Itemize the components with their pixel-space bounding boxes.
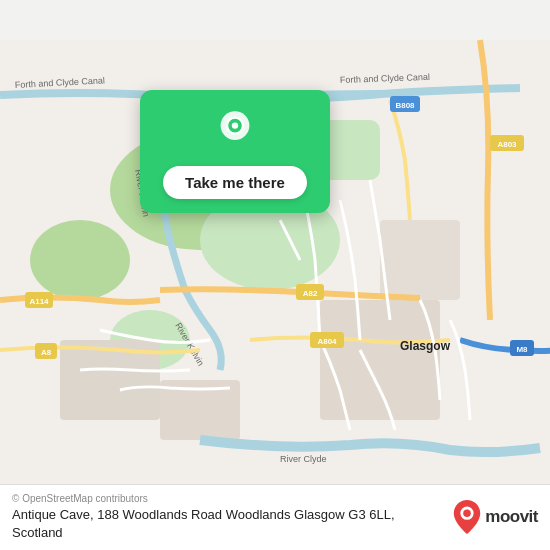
- copyright-text: © OpenStreetMap contributors: [12, 493, 443, 504]
- svg-point-34: [463, 510, 471, 518]
- svg-text:B808: B808: [395, 101, 415, 110]
- moovit-logo: moovit: [453, 500, 538, 534]
- svg-text:A82: A82: [303, 289, 318, 298]
- svg-point-32: [232, 122, 238, 128]
- map-container: Forth and Clyde Canal Forth and Clyde Ca…: [0, 0, 550, 550]
- bottom-bar: © OpenStreetMap contributors Antique Cav…: [0, 484, 550, 550]
- svg-point-3: [30, 220, 130, 300]
- moovit-pin-icon: [453, 500, 481, 534]
- address-text: Antique Cave, 188 Woodlands Road Woodlan…: [12, 506, 443, 542]
- location-pin-icon: [211, 108, 259, 156]
- svg-text:Glasgow: Glasgow: [400, 339, 451, 353]
- location-card: Take me there: [140, 90, 330, 213]
- take-me-there-button[interactable]: Take me there: [163, 166, 307, 199]
- address-section: © OpenStreetMap contributors Antique Cav…: [12, 493, 443, 542]
- svg-text:A803: A803: [497, 140, 517, 149]
- svg-text:M8: M8: [516, 345, 528, 354]
- svg-text:River Clyde: River Clyde: [280, 454, 327, 464]
- svg-text:A8: A8: [41, 348, 52, 357]
- moovit-text: moovit: [485, 507, 538, 527]
- svg-rect-7: [380, 220, 460, 300]
- svg-rect-6: [320, 300, 440, 420]
- svg-text:A114: A114: [29, 297, 49, 306]
- svg-text:A804: A804: [317, 337, 337, 346]
